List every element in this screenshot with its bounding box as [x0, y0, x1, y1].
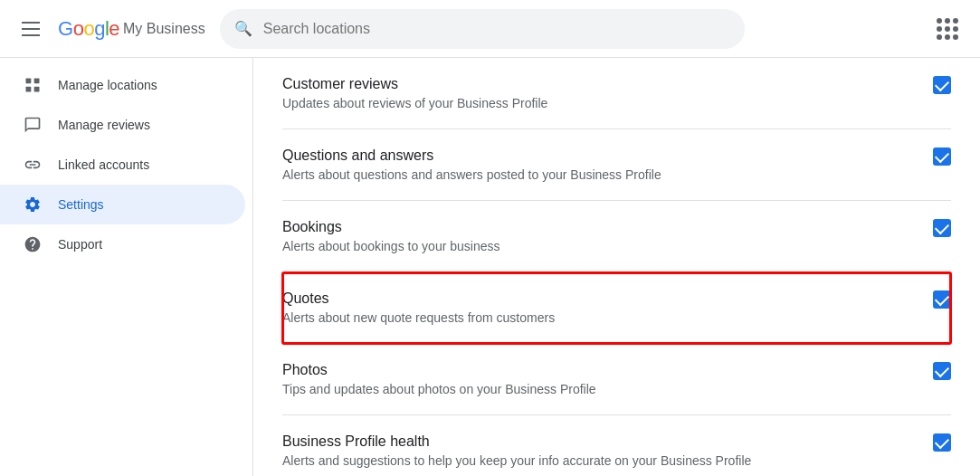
section-text-customer-reviews: Customer reviews Updates about reviews o… — [282, 76, 918, 110]
section-title-photos: Photos — [282, 362, 918, 378]
checkbox-business-profile-health[interactable] — [933, 433, 951, 452]
sidebar-label-support: Support — [58, 237, 102, 252]
section-title-business-profile-health: Business Profile health — [282, 433, 918, 450]
section-desc-customer-reviews: Updates about reviews of your Business P… — [282, 96, 918, 110]
section-text-quotes: Quotes Alerts about new quote requests f… — [282, 290, 918, 325]
svg-rect-1 — [34, 79, 40, 84]
settings-icon — [22, 195, 43, 214]
search-bar[interactable]: 🔍 — [220, 9, 745, 49]
hamburger-menu-icon[interactable] — [14, 14, 47, 43]
section-title-questions-answers: Questions and answers — [282, 148, 918, 164]
search-input[interactable] — [263, 21, 730, 37]
body: Manage locations Manage reviews Linked a… — [0, 58, 980, 476]
checkbox-questions-answers[interactable] — [933, 148, 951, 166]
checkbox-bookings[interactable] — [933, 219, 951, 237]
checkbox-wrapper-questions-answers — [933, 148, 951, 166]
section-customer-reviews: Customer reviews Updates about reviews o… — [282, 58, 951, 129]
support-icon — [22, 235, 43, 253]
section-desc-questions-answers: Alerts about questions and answers poste… — [282, 167, 918, 182]
section-text-business-profile-health: Business Profile health Alerts and sugge… — [282, 433, 918, 468]
sidebar-item-settings[interactable]: Settings — [0, 185, 245, 224]
section-text-bookings: Bookings Alerts about bookings to your b… — [282, 219, 918, 253]
sidebar-item-manage-reviews[interactable]: Manage reviews — [0, 105, 245, 145]
checkbox-customer-reviews[interactable] — [933, 76, 951, 94]
manage-locations-icon — [22, 76, 43, 94]
sidebar-label-manage-reviews: Manage reviews — [58, 118, 150, 132]
svg-rect-0 — [26, 79, 32, 84]
section-text-photos: Photos Tips and updates about photos on … — [282, 362, 918, 396]
logo: Google My Business — [58, 17, 205, 41]
section-questions-answers: Questions and answers Alerts about quest… — [282, 129, 951, 201]
sidebar-item-manage-locations[interactable]: Manage locations — [0, 65, 245, 105]
checkbox-wrapper-customer-reviews — [933, 76, 951, 94]
mybusiness-logo-text: My Business — [123, 21, 205, 37]
section-quotes: Quotes Alerts about new quote requests f… — [282, 272, 951, 344]
checkbox-quotes[interactable] — [933, 290, 951, 309]
section-title-bookings: Bookings — [282, 219, 918, 235]
sidebar-label-settings: Settings — [58, 197, 104, 212]
header-left: Google My Business — [14, 14, 205, 43]
section-desc-bookings: Alerts about bookings to your business — [282, 239, 918, 253]
main-content: Customer reviews Updates about reviews o… — [253, 58, 980, 476]
svg-rect-3 — [34, 87, 40, 92]
checkbox-wrapper-business-profile-health — [933, 433, 951, 452]
header: Google My Business 🔍 — [0, 0, 980, 58]
section-photos: Photos Tips and updates about photos on … — [282, 344, 951, 415]
search-icon: 🔍 — [234, 20, 252, 37]
checkbox-wrapper-photos — [933, 362, 951, 380]
google-logo-text: Google — [58, 17, 119, 41]
section-desc-quotes: Alerts about new quote requests from cus… — [282, 310, 918, 325]
checkbox-wrapper-quotes — [933, 290, 951, 309]
header-right — [929, 11, 966, 47]
section-desc-business-profile-health: Alerts and suggestions to help you keep … — [282, 453, 918, 468]
checkbox-wrapper-bookings — [933, 219, 951, 237]
sidebar: Manage locations Manage reviews Linked a… — [0, 58, 253, 476]
section-business-profile-health: Business Profile health Alerts and sugge… — [282, 415, 951, 476]
sidebar-item-linked-accounts[interactable]: Linked accounts — [0, 145, 245, 185]
section-title-quotes: Quotes — [282, 290, 918, 307]
section-text-questions-answers: Questions and answers Alerts about quest… — [282, 148, 918, 182]
sidebar-label-manage-locations: Manage locations — [58, 78, 157, 92]
sidebar-item-support[interactable]: Support — [0, 224, 245, 264]
apps-grid-icon[interactable] — [929, 11, 966, 47]
section-desc-photos: Tips and updates about photos on your Bu… — [282, 382, 918, 396]
checkbox-photos[interactable] — [933, 362, 951, 380]
linked-accounts-icon — [22, 156, 43, 174]
section-bookings: Bookings Alerts about bookings to your b… — [282, 201, 951, 272]
manage-reviews-icon — [22, 116, 43, 134]
sidebar-label-linked-accounts: Linked accounts — [58, 157, 149, 172]
svg-rect-2 — [26, 87, 32, 92]
section-title-customer-reviews: Customer reviews — [282, 76, 918, 92]
